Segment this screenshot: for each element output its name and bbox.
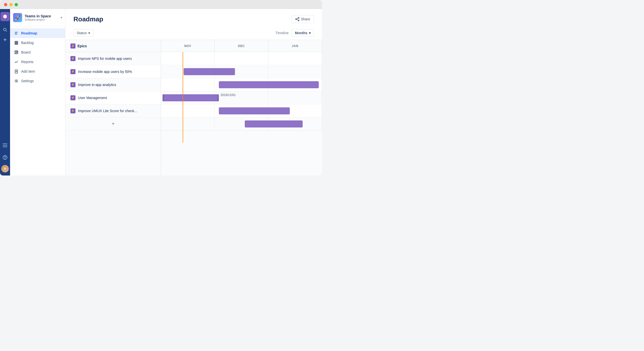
roadmap-label: Roadmap [21,31,37,35]
brand-icon[interactable] [1,12,10,21]
cell-nov-5 [161,104,215,117]
gantt-bar-2[interactable] [219,81,319,88]
backlog-label: Backlog [21,41,34,45]
project-name: Teams in Space [25,14,58,18]
cell-jan-2 [268,65,322,78]
sidebar-item-roadmap[interactable]: Roadmap [10,28,65,38]
epics-header-label: Epics [77,44,87,48]
svg-point-10 [16,80,17,82]
svg-point-12 [296,19,297,20]
cell-jan-1 [268,52,322,65]
search-rail-icon[interactable] [1,25,10,34]
epic-name: Increase mobile app users by 50% [78,70,132,74]
settings-icon [14,79,19,83]
settings-label: Settings [21,79,34,83]
epic-row[interactable]: ⚡ Increase mobile app users by 50% [65,65,161,78]
svg-point-13 [298,20,299,21]
months-label: Months [295,31,307,35]
bar-right-handle[interactable] [217,94,219,101]
cell-nov-3 [161,78,215,91]
epic-icon: ⚡ [70,69,75,74]
gantt-bar-5[interactable] [245,120,303,127]
empty-timeline [161,130,322,176]
help-rail-icon[interactable] [1,153,10,162]
epic-name: Improve UMUX Lite Score for check... [78,109,137,113]
sidebar-item-backlog[interactable]: Backlog [10,38,65,48]
svg-point-11 [298,17,299,18]
timeline-controls: Timeline Months ▾ [275,29,314,37]
main-content: Roadmap Share Status ▾ Timeline Mont [65,9,322,176]
close-button[interactable] [4,3,7,6]
backlog-icon [14,40,19,45]
reports-label: Reports [21,60,33,64]
epic-row[interactable]: ⚡ Improve in-app analytics [65,78,161,91]
project-icon: 🚀 [13,13,22,22]
project-header[interactable]: 🚀 Teams in Space Software project ▾ [10,9,65,26]
months-chevron-icon: ▾ [309,31,311,35]
maximize-button[interactable] [15,3,18,6]
svg-rect-3 [15,41,18,42]
window-chrome [0,0,322,9]
create-rail-icon[interactable] [1,35,10,44]
epics-header-icon: ⚡ [70,43,75,49]
cell-nov-add [161,117,215,130]
page-title: Roadmap [73,15,103,23]
share-label: Share [301,17,310,21]
epic-row[interactable]: ⚡ Improve UMUX Lite Score for check... [65,104,161,117]
gantt-bar-4[interactable] [219,107,290,114]
icon-rail: A [0,9,10,176]
roadmap-icon [14,31,19,35]
board-label: Board [21,50,30,54]
epics-header: ⚡ Epics [65,40,161,52]
add-item-label: Add item [21,69,35,73]
svg-point-2 [5,159,5,159]
svg-point-0 [4,28,6,31]
sidebar-item-settings[interactable]: Settings [10,76,65,86]
timeline-label: Timeline [275,31,289,35]
epic-name: Improve NPS for mobile app users [78,57,132,61]
svg-rect-5 [15,44,18,45]
status-chevron-icon: ▾ [88,31,90,35]
epic-icon: ⚡ [70,108,75,113]
epic-row[interactable]: ⚡ User Management [65,91,161,104]
menu-rail-icon[interactable] [1,141,10,150]
status-filter-button[interactable]: Status ▾ [73,29,93,37]
share-button[interactable]: Share [292,15,314,23]
epic-icon: ⚡ [70,56,75,61]
months-button[interactable]: Months ▾ [292,29,314,37]
roadmap-grid: ⚡ Epics ⚡ Improve NPS for mobile app use… [65,40,322,176]
epic-name: User Management [78,96,107,100]
cell-dec-1 [215,52,268,65]
sidebar-item-reports[interactable]: Reports [10,57,65,67]
toolbar: Status ▾ Timeline Months ▾ [65,27,322,40]
status-label: Status [77,31,87,35]
empty-area [65,130,161,176]
reports-icon [14,60,19,64]
month-dec: DEC [215,40,268,52]
sidebar-item-board[interactable]: Board [10,48,65,57]
add-epic-plus-icon: + [112,121,115,127]
month-nov: NOV [161,40,215,52]
svg-rect-4 [15,42,18,43]
sidebar: 🚀 Teams in Space Software project ▾ Road… [10,9,65,176]
minimize-button[interactable] [9,3,13,6]
epic-name: Improve in-app analytics [78,83,116,87]
board-icon [14,50,19,55]
user-avatar[interactable]: A [1,165,9,172]
timeline-header: NOV DEC JAN [161,40,322,52]
month-jan: JAN [268,40,322,52]
bar-date-label-3: 2019/12/01 [221,91,322,98]
page-header: Roadmap Share [65,9,322,27]
gantt-bar-1[interactable] [184,68,235,75]
epic-row[interactable]: ⚡ Improve NPS for mobile app users [65,52,161,65]
sidebar-item-add-item[interactable]: Add item [10,67,65,76]
add-epic-button[interactable]: + [65,117,161,130]
nav-list: Roadmap Backlog [10,26,65,88]
gantt-bar-3[interactable] [163,94,219,101]
epic-icon: ⚡ [70,82,75,87]
epics-panel: ⚡ Epics ⚡ Improve NPS for mobile app use… [65,40,161,176]
roadmap-container[interactable]: ⚡ Epics ⚡ Improve NPS for mobile app use… [65,40,322,176]
timeline-row-1 [161,52,322,65]
project-chevron-icon[interactable]: ▾ [61,16,62,19]
bar-left-handle[interactable] [163,94,164,101]
